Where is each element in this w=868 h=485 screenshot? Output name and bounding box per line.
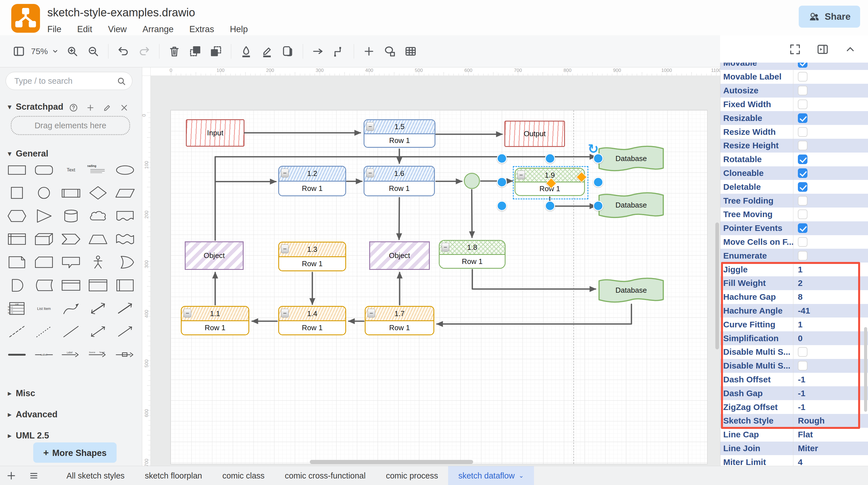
property-row-movable-label[interactable]: Movable Label	[720, 70, 868, 84]
node-table-1.5[interactable]: −1.5Row 1	[364, 119, 435, 148]
property-value[interactable]: 1	[798, 320, 803, 330]
property-checkbox[interactable]	[798, 209, 807, 219]
more-shapes-button[interactable]: +More Shapes	[33, 443, 117, 463]
node-row[interactable]: Row 1	[279, 257, 345, 271]
property-checkbox[interactable]	[798, 127, 807, 137]
palette-shape-trapezoid[interactable]	[85, 230, 112, 249]
node-junction-circle[interactable]	[464, 173, 480, 189]
menu-help[interactable]: Help	[230, 24, 248, 34]
property-row-fill-weight[interactable]: Fill Weight2	[720, 276, 868, 290]
palette-shape-internal-storage[interactable]	[3, 230, 30, 249]
property-checkbox[interactable]	[798, 237, 807, 247]
property-value[interactable]: -1	[798, 402, 805, 412]
pencil-icon[interactable]	[102, 103, 112, 113]
palette-shape-tape[interactable]	[112, 230, 138, 249]
property-value[interactable]: Miter	[798, 444, 818, 453]
property-value[interactable]: -41	[798, 306, 810, 316]
page-tab-sketch-dataflow[interactable]: sketch dataflow⌄	[448, 466, 534, 485]
collapse-button[interactable]	[840, 39, 861, 60]
node-table-1.8[interactable]: −1.8Row 1	[439, 240, 505, 269]
node-output[interactable]: Output	[504, 121, 565, 147]
table-button[interactable]	[400, 41, 421, 62]
panel-scrollbar[interactable]	[864, 327, 867, 412]
share-button[interactable]: Share	[799, 6, 860, 28]
zoom-dropdown-button[interactable]: 75%	[29, 41, 62, 62]
property-checkbox[interactable]	[798, 63, 807, 68]
collapse-icon[interactable]: −	[184, 309, 191, 317]
property-checkbox[interactable]	[798, 72, 807, 82]
menu-extras[interactable]: Extras	[189, 24, 214, 34]
property-value[interactable]: -1	[798, 389, 805, 398]
node-object[interactable]: Object	[185, 241, 244, 270]
node-row[interactable]: Row 1	[516, 182, 584, 195]
fullscreen-button[interactable]	[785, 39, 805, 60]
palette-shape-process[interactable]	[58, 183, 85, 202]
palette-shape-bidirectional-arrow[interactable]	[85, 299, 112, 318]
shadow-button[interactable]	[277, 41, 298, 62]
palette-shape-container[interactable]	[58, 276, 85, 295]
search-input[interactable]	[14, 73, 114, 89]
palette-shape-dotted-line[interactable]	[30, 322, 58, 341]
palette-shape-square[interactable]	[3, 183, 30, 202]
node-row[interactable]: Row 1	[365, 181, 434, 195]
property-row-line-join[interactable]: Line JoinMiter	[720, 441, 868, 455]
palette-shape-data-storage[interactable]	[30, 276, 58, 295]
palette-shape-note[interactable]	[3, 253, 30, 272]
palette-shape-cube[interactable]	[30, 230, 58, 249]
property-row-disable-multi-s-[interactable]: Disable Multi S...	[720, 345, 868, 359]
palette-shape-arrow[interactable]	[112, 299, 138, 318]
property-row-movable[interactable]: Movable	[720, 63, 868, 70]
property-value[interactable]: 0	[798, 334, 803, 343]
diagram-canvas[interactable]: Input−1.5Row 1OutputDatabase−1.2Row 1−1.…	[151, 76, 720, 466]
insert-button[interactable]	[359, 41, 379, 62]
undo-button[interactable]	[113, 41, 134, 62]
delete-button[interactable]	[164, 41, 185, 62]
node-object[interactable]: Object	[369, 241, 430, 270]
property-value[interactable]: -1	[798, 375, 805, 384]
property-row-deletable[interactable]: Deletable	[720, 180, 868, 194]
node-table-1.2[interactable]: −1.2Row 1	[278, 166, 346, 196]
fill-color-button[interactable]	[236, 41, 256, 62]
palette-shape-hexagon[interactable]	[3, 207, 30, 225]
property-row-rotatable[interactable]: Rotatable	[720, 152, 868, 166]
node-row[interactable]: Row 1	[279, 181, 345, 195]
node-row[interactable]: Row 1	[365, 134, 435, 147]
property-value[interactable]: 8	[798, 292, 803, 302]
property-row-zigzag-offset[interactable]: ZigZag Offset-1	[720, 400, 868, 414]
palette-shape-heading[interactable]: Heading	[85, 161, 112, 179]
property-checkbox[interactable]	[798, 86, 807, 95]
property-value[interactable]: 1	[798, 265, 803, 274]
property-row-dash-offset[interactable]: Dash Offset-1	[720, 373, 868, 387]
node-row[interactable]: Row 1	[366, 321, 433, 335]
property-checkbox[interactable]	[798, 141, 807, 150]
menu-arrange[interactable]: Arrange	[143, 24, 174, 34]
palette-shape-link[interactable]: Label	[30, 345, 58, 364]
palette-shape-vertical-container[interactable]	[85, 276, 112, 295]
property-row-autosize[interactable]: Autosize	[720, 84, 868, 97]
collapse-icon[interactable]: −	[366, 169, 374, 177]
pages-menu-button[interactable]	[23, 470, 45, 481]
shape-button[interactable]	[379, 41, 400, 62]
node-row[interactable]: Row 1	[279, 321, 345, 335]
property-checkbox[interactable]	[798, 99, 807, 109]
palette-shape-text[interactable]: Text	[58, 161, 85, 179]
page-tab-sketch-floorplan[interactable]: sketch floorplan	[135, 466, 212, 485]
sidebar-toggle-button[interactable]	[8, 41, 29, 62]
node-row[interactable]: Row 1	[440, 255, 505, 268]
property-checkbox[interactable]	[798, 223, 807, 233]
page-tab-all-sketch-styles[interactable]: All sketch styles	[56, 466, 135, 485]
node-table-1.1[interactable]: −1.1Row 1	[181, 306, 249, 335]
node-row[interactable]: Row 1	[182, 321, 248, 335]
page-tab-comic-cross-functional[interactable]: comic cross-functional	[275, 466, 376, 485]
question-icon[interactable]	[69, 103, 78, 113]
sidebar-section-general[interactable]: ▾ General	[8, 149, 49, 159]
menu-view[interactable]: View	[108, 24, 127, 34]
palette-shape-diamond[interactable]	[85, 183, 112, 202]
to-back-button[interactable]	[206, 41, 226, 62]
property-row-resizable[interactable]: Resizable	[720, 111, 868, 125]
zoom-out-button[interactable]	[83, 41, 104, 62]
property-checkbox[interactable]	[798, 196, 807, 205]
property-row-enumerate[interactable]: Enumerate	[720, 249, 868, 262]
canvas-vertical-scrollbar[interactable]	[715, 223, 719, 349]
plus-icon[interactable]	[86, 103, 95, 113]
